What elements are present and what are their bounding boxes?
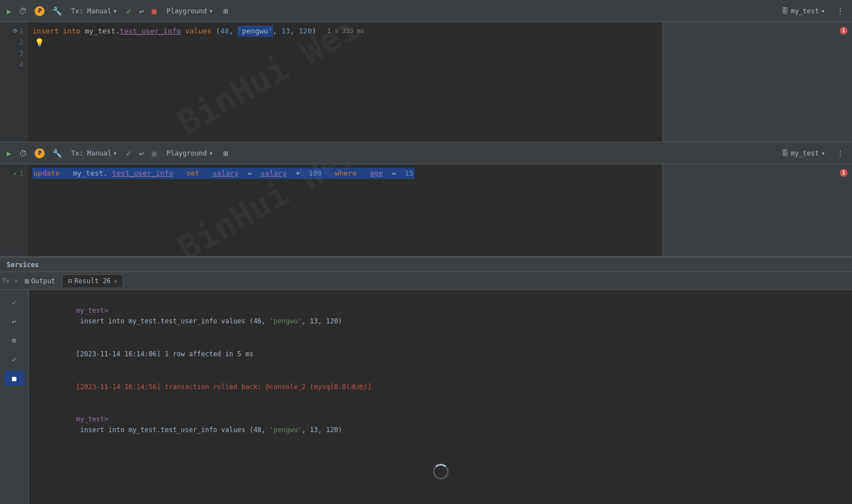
grid-button-1[interactable]: ⊞ xyxy=(221,6,230,17)
history-button-2[interactable]: ⏱ xyxy=(17,148,29,159)
tab-result[interactable]: ⊟ Result 26 × xyxy=(62,274,123,287)
grid-icon: ⊞ xyxy=(223,7,228,16)
services-content: ✓ ↩ ≡ ✓ ■ my_test> insert into my_test.t… xyxy=(0,290,852,504)
executing-indicator: ⟳ xyxy=(13,26,17,37)
undo-icon-2: ↩ xyxy=(139,149,144,158)
tab-output[interactable]: ▤ Output xyxy=(20,275,61,287)
line-numbers-2: ✓ 1 xyxy=(0,164,28,256)
toolbar-2: ▶ ⏱ P 🔧 Tx: Manual ▾ ✓ ↩ ■ Playground ▾ … xyxy=(0,142,852,164)
db-selector-1[interactable]: 🗄 my_test ▾ xyxy=(777,6,830,16)
warn-1: [2023-11-14 16:14:56] transaction rolled… xyxy=(76,383,372,391)
run-button-1[interactable]: ▶ xyxy=(4,6,13,17)
settings-button-1[interactable]: 🔧 xyxy=(50,6,64,17)
tx-label-2: Tx: Manual xyxy=(71,149,111,157)
right-panel-1: 1 xyxy=(662,22,852,142)
clock-icon: ⏱ xyxy=(19,7,27,16)
check-icon-2: ✓ xyxy=(126,148,132,158)
code-editor-1[interactable]: insert into my_test. test_user_info valu… xyxy=(28,22,662,142)
success-indicator: ✓ xyxy=(13,168,17,179)
sidebar-lines-icon[interactable]: ≡ xyxy=(4,332,25,348)
output-area[interactable]: my_test> insert into my_test.test_user_i… xyxy=(29,290,852,504)
play-icon-2: ▶ xyxy=(7,149,11,158)
str-value-pengwu: 'pengwu' xyxy=(238,26,273,37)
db-chevron-icon-2: ▾ xyxy=(821,149,825,157)
run-button-2[interactable]: ▶ xyxy=(4,148,13,159)
result-icon: ⊟ xyxy=(68,277,72,285)
playground-label-2: Playground xyxy=(166,149,206,157)
prompt-2: my_test> xyxy=(76,415,108,423)
more-button-2[interactable]: ⋮ xyxy=(833,148,848,159)
execution-time: 1 s 333 ms xyxy=(328,26,364,37)
keyword-set: set xyxy=(186,169,199,177)
history-button-1[interactable]: ⏱ xyxy=(17,6,29,17)
output-label: Output xyxy=(31,277,55,285)
num-value-13: 13 xyxy=(281,26,290,37)
console-button-2[interactable]: P xyxy=(32,147,47,159)
playground-button-2[interactable]: Playground ▾ xyxy=(162,148,217,158)
sidebar-undo-icon[interactable]: ↩ xyxy=(4,313,25,329)
sidebar-check2-icon[interactable]: ✓ xyxy=(4,351,25,367)
result-label: Result 26 xyxy=(74,277,110,285)
keyword-into: into xyxy=(63,26,80,37)
wrench-icon-2: 🔧 xyxy=(52,149,62,158)
cmd-1: insert into my_test.test_user_info value… xyxy=(76,317,342,325)
num-value-15: 15 xyxy=(405,169,413,177)
editor-pane-2: ✓ 1 update my_test. test_user_info set s… xyxy=(0,164,852,256)
playground-button-1[interactable]: Playground ▾ xyxy=(162,6,217,16)
stop-button-1[interactable]: ■ xyxy=(150,6,158,17)
console-button-1[interactable]: P xyxy=(32,5,47,17)
lightbulb-icon[interactable]: 💡 xyxy=(35,37,44,48)
playground-chevron-icon-2: ▾ xyxy=(209,149,213,157)
output-line-3: [2023-11-14 16:14:56] transaction rolled… xyxy=(36,371,845,403)
tab-close-icon[interactable]: × xyxy=(114,278,117,284)
keyword-insert: insert xyxy=(32,26,59,37)
line-number-2: 2 xyxy=(0,37,28,48)
code-line-2-1: update my_test. test_user_info set salar… xyxy=(32,168,658,179)
output-line-2: [2023-11-14 16:14:06] 1 row affected in … xyxy=(36,338,845,371)
services-title: Services xyxy=(7,261,39,269)
col-salary-1: salary xyxy=(213,169,239,177)
rollback-button-1[interactable]: ↩ xyxy=(137,6,146,17)
undo-icon: ↩ xyxy=(139,7,144,16)
line-number-3: 3 xyxy=(0,48,28,59)
keyword-where: where xyxy=(335,169,357,177)
line-numbers-1: ⟳ 1 2 3 4 xyxy=(0,22,28,142)
keyword-values: values xyxy=(185,26,211,37)
tx-manual-2[interactable]: Tx: Manual ▾ xyxy=(68,148,120,158)
tx-manual-1[interactable]: Tx: Manual ▾ xyxy=(68,6,120,16)
right-panel-2: 1 xyxy=(662,164,852,256)
commit-button-2[interactable]: ✓ xyxy=(124,147,134,159)
tx-label-1: Tx: Manual xyxy=(71,7,111,15)
p-badge: P xyxy=(35,6,45,16)
sidebar-active-item[interactable]: ■ xyxy=(4,370,25,386)
more-button-1[interactable]: ⋮ xyxy=(833,6,848,17)
tx-more[interactable]: » xyxy=(11,277,18,284)
tx-tab-label: Tx xyxy=(2,277,9,284)
settings-button-2[interactable]: 🔧 xyxy=(50,148,64,159)
chevron-down-icon-2: ▾ xyxy=(113,149,117,157)
table-col-name: test_user_info xyxy=(120,26,181,37)
commit-button-1[interactable]: ✓ xyxy=(124,4,134,17)
code-line-1: insert into my_test. test_user_info valu… xyxy=(32,26,658,37)
chevron-down-icon: ▾ xyxy=(113,7,117,15)
num-value-48: 48 xyxy=(220,26,229,37)
code-editor-2[interactable]: update my_test. test_user_info set salar… xyxy=(28,164,662,256)
table-name: my_test. xyxy=(85,26,120,37)
code-line-2: 💡 xyxy=(32,37,658,48)
play-icon: ▶ xyxy=(7,7,11,16)
cmd-2: insert into my_test.test_user_info value… xyxy=(76,426,342,434)
num-value-100: 100 xyxy=(309,169,321,177)
sidebar-check-icon[interactable]: ✓ xyxy=(4,294,25,310)
p-badge-2: P xyxy=(35,148,45,158)
grid-button-2[interactable]: ⊞ xyxy=(221,148,230,159)
line-number-2-1: ✓ 1 xyxy=(0,168,28,179)
db-label-2: my_test xyxy=(791,149,819,157)
output-line-1: my_test> insert into my_test.test_user_i… xyxy=(36,295,845,338)
info-1: [2023-11-14 16:14:06] 1 row affected in … xyxy=(76,350,253,358)
output-line-4: my_test> insert into my_test.test_user_i… xyxy=(36,404,845,447)
stop-button-2[interactable]: ■ xyxy=(150,148,158,159)
playground-label-1: Playground xyxy=(166,7,206,15)
rollback-button-2[interactable]: ↩ xyxy=(137,148,146,159)
db-selector-2[interactable]: 🗄 my_test ▾ xyxy=(777,148,830,158)
table-ref: my_test. xyxy=(73,169,108,177)
